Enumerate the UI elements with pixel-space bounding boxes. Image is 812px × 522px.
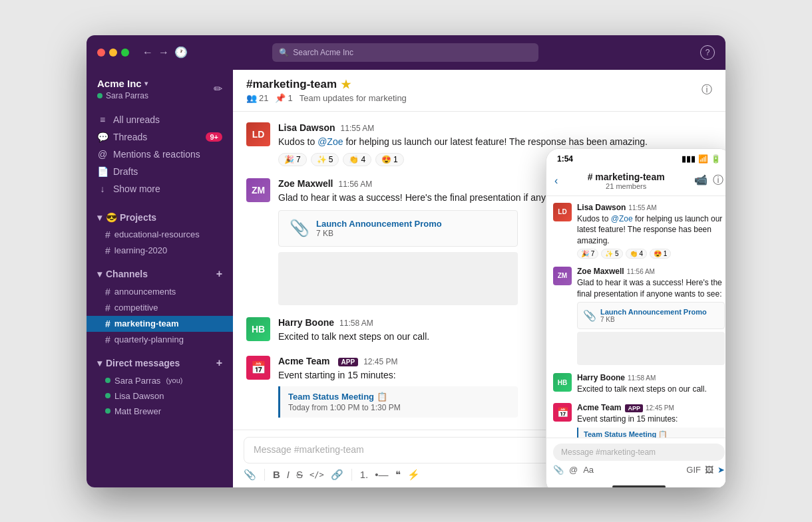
- file-attachment[interactable]: 📎 Launch Announcement Promo 7 KB: [278, 210, 518, 247]
- star-icon[interactable]: ★: [341, 78, 351, 92]
- history-button[interactable]: 🕐: [174, 46, 188, 59]
- mobile-send-button[interactable]: ➤: [717, 465, 725, 475]
- event-title: Team Status Meeting 📋: [288, 392, 510, 402]
- search-icon: 🔍: [279, 48, 289, 57]
- mobile-avatar: LD: [553, 203, 572, 221]
- channel-item-marketing[interactable]: # marketing-team: [87, 316, 233, 332]
- ordered-list-button[interactable]: 1.: [360, 469, 369, 480]
- code-button[interactable]: </>: [309, 470, 324, 479]
- online-icon: [105, 408, 110, 414]
- reaction-item[interactable]: ✨ 5: [311, 153, 339, 166]
- dm-item-lisa[interactable]: Lisa Dawson: [87, 388, 233, 404]
- mobile-channel-name: # marketing-team: [563, 172, 689, 182]
- mention[interactable]: @Zoe: [317, 136, 343, 147]
- help-button[interactable]: ?: [700, 45, 715, 60]
- drafts-label: Drafts: [113, 166, 138, 177]
- channel-item-educational[interactable]: # educational-resources: [87, 227, 233, 243]
- threads-label: Threads: [113, 132, 147, 142]
- file-icon: 📎: [290, 219, 309, 237]
- channel-info-button[interactable]: ⓘ: [702, 83, 712, 97]
- mobile-back-button[interactable]: ‹: [554, 175, 558, 187]
- app-tag: APP: [338, 358, 359, 366]
- avatar: ZM: [246, 178, 270, 202]
- search-bar[interactable]: 🔍 Search Acme Inc: [272, 43, 538, 62]
- attachment-button[interactable]: 📎: [244, 469, 256, 481]
- mobile-status-bar: 1:54 ▮▮▮ 📶 🔋: [546, 149, 725, 166]
- forward-button[interactable]: →: [158, 46, 169, 59]
- channel-item-learning[interactable]: # learning-2020: [87, 243, 233, 259]
- reaction-item[interactable]: 🎉 7: [278, 153, 307, 166]
- mobile-msg-header: Harry Boone 11:58 AM: [577, 373, 725, 382]
- event-card[interactable]: Team Status Meeting 📋 Today from 1:00 PM…: [278, 386, 518, 418]
- battery-icon: 🔋: [711, 154, 721, 164]
- mobile-file-attachment[interactable]: 📎 Launch Announcement Promo 7 KB: [577, 302, 725, 329]
- showmore-label: Show more: [113, 184, 160, 194]
- mobile-font-button[interactable]: Aa: [583, 465, 594, 475]
- mobile-message: 📅 Acme Team APP 12:45 PM Event starting …: [553, 403, 725, 437]
- link-button[interactable]: 🔗: [331, 469, 343, 481]
- channel-name: marketing-team: [114, 319, 179, 328]
- sidebar-item-unreads[interactable]: ≡ All unreads: [87, 111, 233, 128]
- reaction-item[interactable]: 👏 4: [343, 153, 371, 166]
- add-dm-button[interactable]: +: [216, 357, 222, 369]
- dm-collapse-icon: ▾: [97, 358, 102, 368]
- traffic-lights: [97, 49, 129, 57]
- minimize-button[interactable]: [109, 49, 117, 57]
- mobile-time-label: 11:56 AM: [627, 268, 655, 275]
- mobile-mention-button[interactable]: @: [569, 465, 578, 475]
- reaction-item[interactable]: 😍 1: [375, 153, 404, 166]
- mobile-file-info: Launch Announcement Promo 7 KB: [600, 308, 707, 323]
- mobile-reaction[interactable]: 🎉 7: [577, 249, 598, 259]
- mobile-toolbar-right: GIF 🖼 ➤: [686, 465, 725, 475]
- italic-button[interactable]: I: [287, 469, 290, 480]
- dm-item-sara[interactable]: Sara Parras (you): [87, 373, 233, 388]
- sidebar-item-drafts[interactable]: 📄 Drafts: [87, 163, 233, 180]
- file-name: Launch Announcement Promo: [316, 219, 442, 229]
- showmore-icon: ↓: [97, 184, 108, 194]
- channel-item-quarterly[interactable]: # quarterly-planning: [87, 332, 233, 348]
- back-button[interactable]: ←: [142, 46, 153, 59]
- channels-section-header[interactable]: ▾ Channels +: [87, 264, 233, 284]
- mobile-info-icon[interactable]: ⓘ: [713, 174, 723, 188]
- compose-button[interactable]: ✏: [214, 82, 222, 95]
- mobile-attachment-button[interactable]: 📎: [553, 465, 564, 475]
- mobile-reaction[interactable]: 👏 4: [626, 249, 647, 259]
- workspace-name[interactable]: Acme Inc ▾: [97, 78, 148, 89]
- wifi-icon: 📶: [698, 154, 708, 164]
- add-channel-button[interactable]: +: [216, 268, 222, 280]
- dm-item-matt[interactable]: Matt Brewer: [87, 404, 233, 419]
- unordered-list-button[interactable]: •—: [375, 469, 388, 480]
- message-time: 12:45 PM: [363, 357, 397, 366]
- mobile-event-title: Team Status Meeting 📋: [584, 430, 719, 437]
- sidebar-item-showmore[interactable]: ↓ Show more: [87, 180, 233, 197]
- channel-item-announcements[interactable]: # announcements: [87, 284, 233, 300]
- dm-name: Lisa Dawson: [114, 391, 164, 401]
- mobile-sticker-button[interactable]: 🖼: [705, 465, 713, 475]
- separator: [264, 469, 265, 481]
- mobile-reaction[interactable]: 😍 1: [650, 249, 671, 259]
- message-author: Harry Boone: [278, 317, 334, 328]
- maximize-button[interactable]: [121, 49, 129, 57]
- title-bar: ← → 🕐 🔍 Search Acme Inc ?: [87, 35, 725, 70]
- mobile-mention[interactable]: @Zoe: [611, 214, 633, 223]
- mobile-header: ‹ # marketing-team 21 members 📹 ⓘ: [546, 166, 725, 196]
- mobile-input-placeholder: Message #marketing-team: [561, 448, 656, 457]
- projects-section-header[interactable]: ▾ 😎 Projects: [87, 208, 233, 227]
- dm-section-header[interactable]: ▾ Direct messages +: [87, 353, 233, 373]
- close-button[interactable]: [97, 49, 105, 57]
- mobile-video-icon[interactable]: 📹: [694, 174, 708, 188]
- mobile-gif-button[interactable]: GIF: [686, 465, 701, 475]
- mobile-message-input[interactable]: Message #marketing-team: [553, 444, 725, 461]
- bold-button[interactable]: B: [273, 469, 280, 480]
- mobile-event-card[interactable]: Team Status Meeting 📋 Today from 1:00 PM…: [577, 428, 725, 437]
- mobile-reaction[interactable]: ✨ 5: [601, 249, 622, 259]
- sidebar-item-mentions[interactable]: @ Mentions & reactions: [87, 146, 233, 163]
- mobile-msg-content: Lisa Dawson 11:55 AM Kudos to @Zoe for h…: [577, 203, 725, 259]
- sidebar-item-threads[interactable]: 💬 Threads 9+: [87, 128, 233, 146]
- block-quote-button[interactable]: ❝: [395, 469, 401, 481]
- member-count: 👥 21: [246, 93, 268, 103]
- strikethrough-button[interactable]: S: [296, 469, 303, 480]
- mobile-channel-info: # marketing-team 21 members: [563, 172, 689, 190]
- workflow-button[interactable]: ⚡: [407, 469, 420, 481]
- channel-item-competitive[interactable]: # competitive: [87, 300, 233, 316]
